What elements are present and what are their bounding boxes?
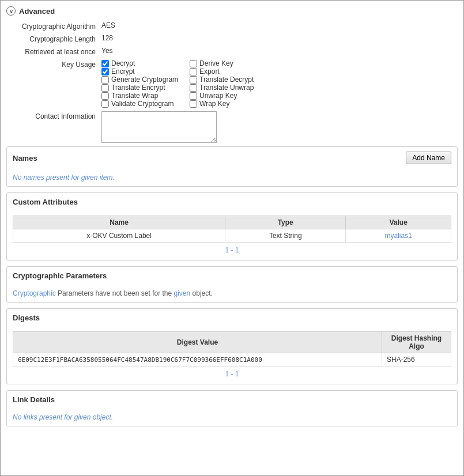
table-row: x-OKV Custom Label Text String myalias1 — [13, 229, 451, 243]
derive-key-checkbox[interactable] — [190, 60, 197, 67]
translate-encrypt-label: Translate Encrypt — [111, 84, 165, 92]
link-details-panel: Link Details No links present for given … — [6, 390, 458, 426]
retrieved-label: Retrieved at least once — [6, 47, 101, 56]
attr-value: myalias1 — [346, 229, 451, 243]
key-usage-label: Key Usage — [6, 59, 101, 69]
validate-cryptogram-label: Validate Cryptogram — [111, 100, 174, 108]
key-usage-encrypt: Encrypt — [101, 67, 178, 75]
unwrap-key-label: Unwrap Key — [199, 92, 237, 100]
retrieved-value: Yes — [101, 47, 113, 55]
advanced-title: Advanced — [19, 7, 55, 16]
crypto-params-header: Cryptographic Parameters — [7, 267, 457, 285]
attr-type: Text String — [225, 229, 346, 243]
contact-info-label: Contact Information — [6, 111, 101, 120]
key-usage-translate-encrypt: Translate Encrypt — [101, 84, 178, 92]
link-details-body: No links present for given object. — [7, 409, 457, 426]
custom-attr-pagination: 1 - 1 — [13, 245, 451, 255]
crypto-params-body: Cryptographic Parameters have not been s… — [7, 285, 457, 302]
wrap-key-label: Wrap Key — [199, 100, 229, 108]
generate-cryptogram-checkbox[interactable] — [101, 76, 109, 84]
col-header-name: Name — [13, 216, 225, 229]
encrypt-checkbox[interactable] — [101, 68, 109, 75]
digests-panel: Digests Digest Value Digest Hashing Algo… — [6, 308, 458, 384]
translate-encrypt-checkbox[interactable] — [101, 84, 109, 92]
translate-wrap-checkbox[interactable] — [101, 92, 109, 100]
encrypt-label: Encrypt — [111, 67, 135, 75]
translate-decrypt-checkbox[interactable] — [190, 76, 197, 84]
key-usage-export: Export — [190, 67, 266, 75]
custom-attributes-panel: Custom Attributes Name Type Value x-OKV … — [6, 192, 458, 260]
digests-title: Digests — [13, 313, 40, 322]
main-container: ∨ Advanced Cryptographic Algorithm AES C… — [0, 0, 464, 476]
export-checkbox[interactable] — [190, 68, 197, 75]
unwrap-key-checkbox[interactable] — [190, 92, 197, 100]
digests-header: Digests — [7, 309, 457, 327]
digest-value-header: Digest Value — [13, 332, 382, 353]
digest-algo-header: Digest Hashing Algo — [382, 332, 451, 353]
crypto-params-panel: Cryptographic Parameters Cryptographic P… — [6, 266, 458, 303]
key-usage-translate-decrypt: Translate Decrypt — [190, 75, 266, 84]
key-usage-unwrap-key: Unwrap Key — [190, 92, 266, 100]
names-panel: Names Add Name No names present for give… — [6, 146, 458, 187]
digests-pagination: 1 - 1 — [13, 369, 451, 379]
crypto-params-message: Cryptographic Parameters have not been s… — [13, 287, 213, 300]
contact-info-row: Contact Information — [6, 111, 458, 143]
crypto-algorithm-label: Cryptographic Algorithm — [6, 21, 101, 31]
export-label: Export — [199, 67, 220, 75]
decrypt-label: Decrypt — [111, 59, 135, 67]
key-usage-col2: Derive Key Export Translate Decrypt Tran… — [190, 59, 266, 108]
decrypt-checkbox[interactable] — [101, 60, 109, 67]
crypto-length-label: Cryptographic Length — [6, 34, 101, 43]
custom-attributes-header: Custom Attributes — [7, 193, 457, 211]
advanced-section-header: ∨ Advanced — [6, 6, 458, 16]
add-name-button[interactable]: Add Name — [406, 152, 451, 164]
generate-cryptogram-label: Generate Cryptogram — [111, 75, 178, 84]
digest-value-cell: 6E09C12E3F1FBACA6358055064FC48547A8DB190… — [13, 353, 382, 367]
translate-wrap-label: Translate Wrap — [111, 92, 158, 100]
custom-attributes-body: Name Type Value x-OKV Custom Label Text … — [7, 211, 457, 260]
wrap-key-checkbox[interactable] — [190, 100, 197, 108]
digests-table: Digest Value Digest Hashing Algo 6E09C12… — [13, 331, 451, 367]
crypto-length-value: 128 — [101, 34, 113, 42]
names-no-items: No names present for given item. — [13, 173, 115, 182]
key-usage-generate-cryptogram: Generate Cryptogram — [101, 75, 178, 84]
key-usage-wrap-key: Wrap Key — [190, 100, 266, 108]
key-usage-translate-unwrap: Translate Unwrap — [190, 84, 266, 92]
crypto-algorithm-value: AES — [101, 21, 115, 29]
custom-attributes-table: Name Type Value x-OKV Custom Label Text … — [13, 216, 451, 243]
crypto-algorithm-row: Cryptographic Algorithm AES — [6, 21, 458, 31]
crypto-length-row: Cryptographic Length 128 — [6, 34, 458, 43]
key-usage-decrypt: Decrypt — [101, 59, 178, 67]
contact-info-input[interactable] — [101, 111, 217, 143]
custom-attributes-title: Custom Attributes — [13, 198, 78, 206]
attr-name: x-OKV Custom Label — [13, 229, 225, 243]
digests-body: Digest Value Digest Hashing Algo 6E09C12… — [7, 327, 457, 384]
key-usage-derive-key: Derive Key — [190, 59, 266, 67]
link-details-header: Link Details — [7, 391, 457, 409]
names-panel-header: Names Add Name — [7, 147, 457, 169]
derive-key-label: Derive Key — [199, 59, 233, 67]
key-usage-col1: Decrypt Encrypt Generate Cryptogram Tran… — [101, 59, 178, 108]
col-header-value: Value — [346, 216, 451, 229]
collapse-icon[interactable]: ∨ — [6, 6, 16, 16]
digest-algo-cell: SHA-256 — [382, 353, 451, 367]
digest-row: 6E09C12E3F1FBACA6358055064FC48547A8DB190… — [13, 353, 451, 367]
key-usage-row: Key Usage Decrypt Encrypt Generate Crypt… — [6, 59, 458, 108]
translate-unwrap-label: Translate Unwrap — [199, 84, 254, 92]
link-details-no-items: No links present for given object. — [13, 413, 113, 421]
retrieved-row: Retrieved at least once Yes — [6, 47, 458, 56]
key-usage-grid: Decrypt Encrypt Generate Cryptogram Tran… — [101, 59, 266, 108]
attr-value-link[interactable]: myalias1 — [384, 232, 412, 240]
names-panel-title: Names — [13, 154, 37, 163]
key-usage-translate-wrap: Translate Wrap — [101, 92, 178, 100]
key-usage-validate-cryptogram: Validate Cryptogram — [101, 100, 178, 108]
link-details-title: Link Details — [13, 395, 55, 404]
names-panel-body: No names present for given item. — [7, 169, 457, 186]
crypto-params-title: Cryptographic Parameters — [13, 271, 107, 280]
col-header-type: Type — [225, 216, 346, 229]
translate-decrypt-label: Translate Decrypt — [199, 75, 254, 84]
validate-cryptogram-checkbox[interactable] — [101, 100, 109, 108]
translate-unwrap-checkbox[interactable] — [190, 84, 197, 92]
